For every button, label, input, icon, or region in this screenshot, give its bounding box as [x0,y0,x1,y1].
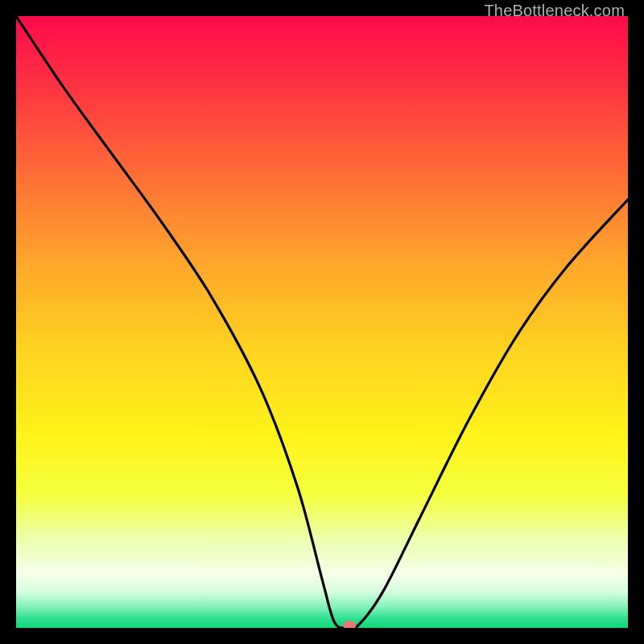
plot-background [16,16,628,628]
chart-frame [16,16,628,628]
bottleneck-chart [16,16,628,628]
